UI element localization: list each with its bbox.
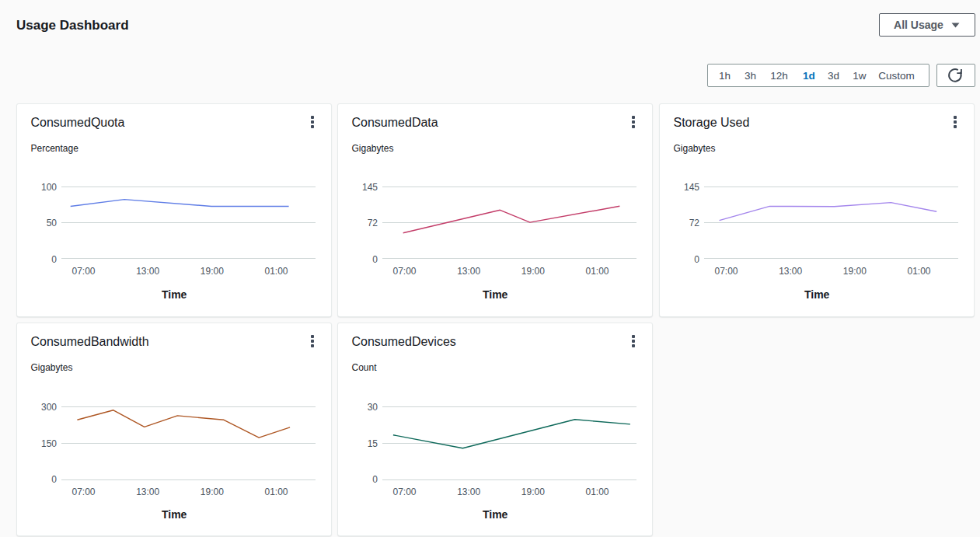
svg-text:19:00: 19:00 xyxy=(200,266,223,277)
svg-text:Time: Time xyxy=(482,288,507,301)
svg-text:07:00: 07:00 xyxy=(71,486,95,497)
svg-text:30: 30 xyxy=(367,401,378,412)
svg-text:01:00: 01:00 xyxy=(264,486,288,497)
svg-text:0: 0 xyxy=(694,253,699,264)
svg-text:01:00: 01:00 xyxy=(264,266,288,277)
svg-text:07:00: 07:00 xyxy=(714,266,738,277)
svg-text:19:00: 19:00 xyxy=(521,266,544,277)
svg-text:01:00: 01:00 xyxy=(585,486,609,497)
svg-text:0: 0 xyxy=(372,253,378,264)
svg-text:Time: Time xyxy=(804,288,829,301)
svg-text:0: 0 xyxy=(51,474,57,485)
svg-text:50: 50 xyxy=(46,218,57,228)
svg-text:150: 150 xyxy=(40,438,56,448)
svg-text:13:00: 13:00 xyxy=(136,266,159,277)
svg-text:15: 15 xyxy=(367,438,378,448)
svg-text:300: 300 xyxy=(40,401,56,412)
svg-text:100: 100 xyxy=(40,182,56,193)
svg-text:Time: Time xyxy=(161,508,187,521)
svg-text:0: 0 xyxy=(372,474,378,485)
svg-text:145: 145 xyxy=(361,182,377,193)
svg-text:07:00: 07:00 xyxy=(392,266,416,277)
svg-text:13:00: 13:00 xyxy=(779,266,802,277)
svg-text:19:00: 19:00 xyxy=(842,266,866,277)
svg-text:07:00: 07:00 xyxy=(392,486,416,497)
svg-text:145: 145 xyxy=(683,182,699,193)
svg-text:01:00: 01:00 xyxy=(585,266,609,277)
svg-text:07:00: 07:00 xyxy=(71,266,95,277)
svg-text:19:00: 19:00 xyxy=(521,486,544,497)
svg-text:Time: Time xyxy=(161,288,187,301)
svg-text:13:00: 13:00 xyxy=(457,486,480,497)
svg-text:72: 72 xyxy=(367,218,378,228)
svg-text:19:00: 19:00 xyxy=(200,486,223,497)
svg-text:13:00: 13:00 xyxy=(457,266,480,277)
svg-text:13:00: 13:00 xyxy=(136,486,159,497)
svg-text:01:00: 01:00 xyxy=(907,266,930,277)
svg-text:72: 72 xyxy=(689,218,699,228)
svg-text:0: 0 xyxy=(51,253,57,264)
svg-text:Time: Time xyxy=(482,508,507,521)
